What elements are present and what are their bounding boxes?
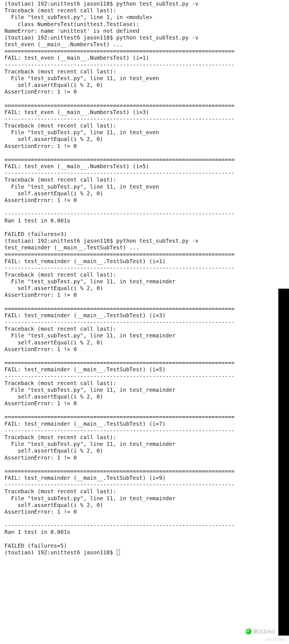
code-line: self.assertEqual(i % 2, 0) xyxy=(4,339,103,346)
prompt-line: (toutiao) 192:unittest6 jason118$ xyxy=(4,549,120,556)
file-ref: File "test_subTest.py", line 11, in test… xyxy=(4,387,175,393)
separator-eq: ========================================… xyxy=(4,468,235,474)
file-ref: File "test_subTest.py", line 11, in test… xyxy=(4,129,159,136)
separator-dash: ----------------------------------------… xyxy=(4,116,235,122)
fail-header: FAIL: test_remainder (__main__.TestSubTe… xyxy=(4,312,166,319)
prompt-line: (toutiao) 192:unittest6 jason118$ python… xyxy=(4,34,199,41)
side-strip xyxy=(278,289,289,556)
code-line: self.assertEqual(i % 2, 0) xyxy=(4,393,103,400)
fail-header: FAIL: test_remainder (__main__.TestSubTe… xyxy=(4,366,166,373)
file-ref: File "test_subTest.py", line 11, in test… xyxy=(4,75,159,82)
code-line: class NumbersTest(unittest.TestCase): xyxy=(4,21,139,27)
traceback-header: Traceback (most recent call last): xyxy=(4,177,116,183)
code-line: self.assertEqual(i % 2, 0) xyxy=(4,285,103,291)
separator-dash: ----------------------------------------… xyxy=(4,522,235,529)
cursor-icon xyxy=(117,550,120,555)
separator-dash: ----------------------------------------… xyxy=(4,481,235,488)
separator-dash: ----------------------------------------… xyxy=(4,427,235,434)
fail-header: FAIL: test_remainder (__main__.TestSubTe… xyxy=(4,475,166,481)
fail-header: FAIL: test_remainder (__main__.TestSubTe… xyxy=(4,421,166,427)
separator-eq: ========================================… xyxy=(4,48,235,54)
file-ref: File "test_subTest.py", line 11, in test… xyxy=(4,278,175,285)
prompt-line: (toutiao) 192:unittest6 jason118$ python… xyxy=(4,238,199,244)
code-line: self.assertEqual(i % 2, 0) xyxy=(4,448,103,454)
file-ref: File "test_subTest.py", line 11, in test… xyxy=(4,184,159,190)
test-start: test_remainder (__main__.TestSubTest) ..… xyxy=(4,244,139,251)
separator-dash: ----------------------------------------… xyxy=(4,170,235,176)
separator-dash: ----------------------------------------… xyxy=(4,210,235,217)
separator-dash: ----------------------------------------… xyxy=(4,373,235,379)
name-error: NameError: name 'unittest' is not define… xyxy=(4,28,139,34)
traceback-header: Traceback (most recent call last): xyxy=(4,380,116,386)
fail-header: FAIL: test_even (__main__.NumbersTest) (… xyxy=(4,163,149,170)
code-line: self.assertEqual(i % 2, 0) xyxy=(4,82,103,88)
traceback-header: Traceback (most recent call last): xyxy=(4,122,116,129)
assertion-error: AssertionError: 1 != 0 xyxy=(4,455,77,461)
traceback-header: Traceback (most recent call last): xyxy=(4,7,116,14)
separator-eq: ========================================… xyxy=(4,414,235,420)
traceback-header: Traceback (most recent call last): xyxy=(4,68,116,75)
file-ref: File "test_subTest.py", line 1, in <modu… xyxy=(4,14,152,20)
failed-summary: FAILED (failures=3) xyxy=(4,231,67,237)
traceback-header: Traceback (most recent call last): xyxy=(4,326,116,332)
separator-dash: ----------------------------------------… xyxy=(4,265,235,271)
assertion-error: AssertionError: 1 != 0 xyxy=(4,509,77,515)
fail-header: FAIL: test_remainder (__main__.TestSubTe… xyxy=(4,258,166,265)
traceback-header: Traceback (most recent call last): xyxy=(4,488,116,495)
assertion-error: AssertionError: 1 != 0 xyxy=(4,143,77,149)
failed-summary: FAILED (failures=5) xyxy=(4,543,67,549)
ran-summary: Ran 1 test in 0.001s xyxy=(4,529,70,535)
separator-eq: ========================================… xyxy=(4,156,235,163)
ran-summary: Ran 1 test in 0.001s xyxy=(4,217,70,224)
assertion-error: AssertionError: 1 != 0 xyxy=(4,292,77,298)
assertion-error: AssertionError: 1 != 0 xyxy=(4,346,77,353)
fail-header: FAIL: test_even (__main__.NumbersTest) (… xyxy=(4,109,149,115)
fail-header: FAIL: test_even (__main__.NumbersTest) (… xyxy=(4,55,149,61)
assertion-error: AssertionError: 1 != 0 xyxy=(4,197,77,203)
test-start: test_even (__main__.NumbersTest) ... xyxy=(4,41,123,48)
file-ref: File "test_subTest.py", line 11, in test… xyxy=(4,495,175,502)
prompt-line: (toutiao) 192:unittest6 jason118$ python… xyxy=(4,1,199,7)
terminal-output[interactable]: (toutiao) 192:unittest6 jason118$ python… xyxy=(0,0,289,556)
separator-eq: ========================================… xyxy=(4,251,235,258)
traceback-header: Traceback (most recent call last): xyxy=(4,434,116,441)
traceback-header: Traceback (most recent call last): xyxy=(4,272,116,278)
separator-dash: ----------------------------------------… xyxy=(4,319,235,325)
separator-eq: ========================================… xyxy=(4,360,235,366)
code-line: self.assertEqual(i % 2, 0) xyxy=(4,190,103,197)
separator-dash: ----------------------------------------… xyxy=(4,62,235,68)
code-line: self.assertEqual(i % 2, 0) xyxy=(4,136,103,142)
file-ref: File "test_subTest.py", line 11, in test… xyxy=(4,441,175,447)
assertion-error: AssertionError: 1 != 0 xyxy=(4,400,77,407)
code-line: self.assertEqual(i % 2, 0) xyxy=(4,502,103,508)
file-ref: File "test_subTest.py", line 11, in test… xyxy=(4,332,175,339)
separator-eq: ========================================… xyxy=(4,102,235,109)
assertion-error: AssertionError: 1 != 0 xyxy=(4,89,77,95)
separator-eq: ========================================… xyxy=(4,305,235,312)
